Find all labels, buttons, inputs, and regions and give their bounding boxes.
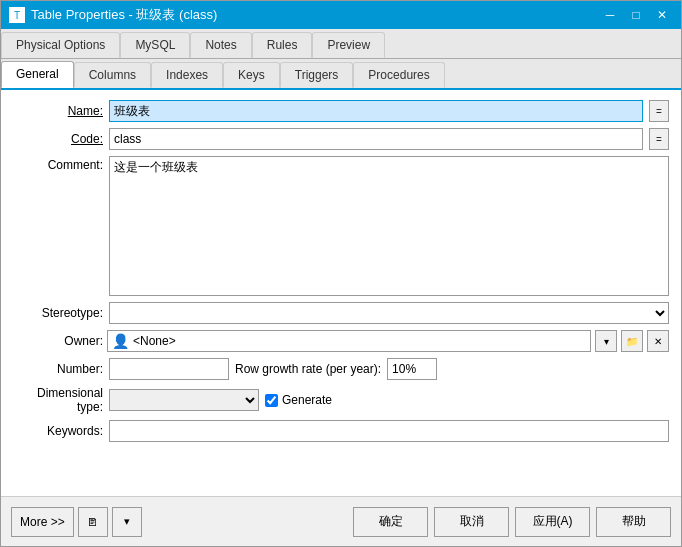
help-button[interactable]: 帮助 [596,507,671,537]
owner-dropdown-button[interactable]: ▾ [595,330,617,352]
owner-value: <None> [133,334,176,348]
more-button[interactable]: More >> [11,507,74,537]
window-title: Table Properties - 班级表 (class) [31,6,217,24]
code-row: Code: = [13,128,669,150]
number-input[interactable] [109,358,229,380]
stereotype-select[interactable]: entity view [109,302,669,324]
cancel-button[interactable]: 取消 [434,507,509,537]
apply-button[interactable]: 应用(A) [515,507,590,537]
footer-doc-button[interactable]: 🖹 [78,507,108,537]
generate-row: Generate [265,393,332,407]
titlebar-left: T Table Properties - 班级表 (class) [9,6,217,24]
app-icon: T [9,7,25,23]
growth-input[interactable] [387,358,437,380]
keywords-input[interactable] [109,420,669,442]
tab-columns[interactable]: Columns [74,62,151,88]
code-input[interactable] [109,128,643,150]
code-equals-button[interactable]: = [649,128,669,150]
owner-label: Owner: [13,334,103,348]
titlebar-controls: ─ □ ✕ [599,5,673,25]
dim-label: Dimensional type: [13,386,103,414]
titlebar: T Table Properties - 班级表 (class) ─ □ ✕ [1,1,681,29]
name-equals-button[interactable]: = [649,100,669,122]
dim-select[interactable] [109,389,259,411]
stereotype-row: Stereotype: entity view [13,302,669,324]
generate-checkbox[interactable] [265,394,278,407]
comment-label: Comment: [13,156,103,172]
name-input[interactable] [109,100,643,122]
name-label: Name: [13,104,103,118]
tab-triggers[interactable]: Triggers [280,62,354,88]
form-content: Name: = Code: = Comment: 这是一个班级表 Stereot… [1,90,681,496]
confirm-button[interactable]: 确定 [353,507,428,537]
code-label: Code: [13,132,103,146]
tab-notes[interactable]: Notes [190,32,251,58]
generate-label: Generate [282,393,332,407]
owner-clear-button[interactable]: ✕ [647,330,669,352]
tab-keys[interactable]: Keys [223,62,280,88]
footer: More >> 🖹 ▾ 确定 取消 应用(A) 帮助 [1,496,681,546]
maximize-button[interactable]: □ [625,5,647,25]
top-tab-row: Physical Options MySQL Notes Rules Previ… [1,29,681,59]
comment-row: Comment: 这是一个班级表 [13,156,669,296]
tab-rules[interactable]: Rules [252,32,313,58]
growth-label: Row growth rate (per year): [235,362,381,376]
keywords-label: Keywords: [13,424,103,438]
dimensional-type-row: Dimensional type: Generate [13,386,669,414]
more-label: More >> [20,515,65,529]
main-window: T Table Properties - 班级表 (class) ─ □ ✕ P… [0,0,682,547]
number-label: Number: [13,362,103,376]
tab-general[interactable]: General [1,61,74,88]
tab-procedures[interactable]: Procedures [353,62,444,88]
owner-display: 👤 <None> [107,330,591,352]
keywords-row: Keywords: [13,420,669,442]
stereotype-label: Stereotype: [13,306,103,320]
name-row: Name: = [13,100,669,122]
dropdown-arrow-icon: ▾ [124,515,130,528]
owner-person-icon: 👤 [112,333,129,349]
owner-browse-button[interactable]: 📁 [621,330,643,352]
tab-indexes[interactable]: Indexes [151,62,223,88]
doc-icon: 🖹 [87,516,98,528]
footer-dropdown-button[interactable]: ▾ [112,507,142,537]
minimize-button[interactable]: ─ [599,5,621,25]
tab-physical-options[interactable]: Physical Options [1,32,120,58]
bottom-tab-row: General Columns Indexes Keys Triggers Pr… [1,59,681,90]
tab-mysql[interactable]: MySQL [120,32,190,58]
close-button[interactable]: ✕ [651,5,673,25]
tab-preview[interactable]: Preview [312,32,385,58]
comment-textarea[interactable]: 这是一个班级表 [109,156,669,296]
owner-row: Owner: 👤 <None> ▾ 📁 ✕ [13,330,669,352]
number-row: Number: Row growth rate (per year): [13,358,669,380]
footer-left: More >> 🖹 ▾ [11,507,142,537]
